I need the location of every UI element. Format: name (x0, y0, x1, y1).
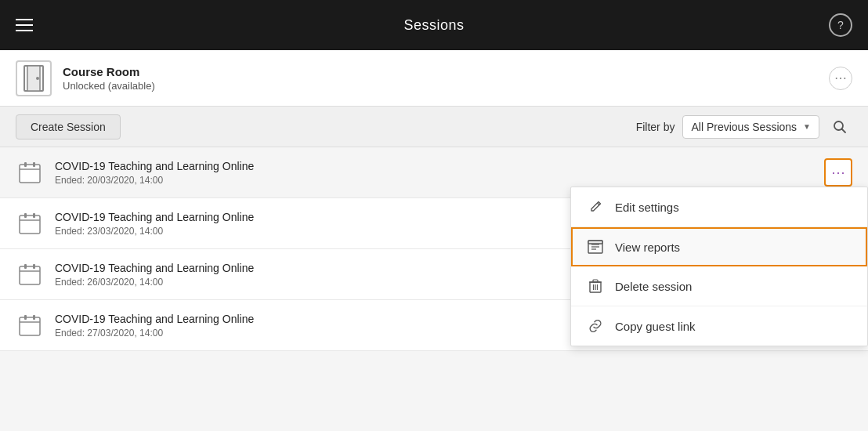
course-room-details: Course Room Unlocked (available) (63, 65, 155, 92)
page-title: Sessions (403, 17, 464, 34)
view-reports-item[interactable]: View reports (571, 227, 867, 266)
sessions-list: COVID-19 Teaching and Learning Online En… (0, 147, 868, 351)
context-menu: Edit settings View reports (570, 187, 868, 346)
session-info: COVID-19 Teaching and Learning Online En… (16, 311, 254, 339)
table-row: COVID-19 Teaching and Learning Online En… (0, 147, 868, 198)
copy-guest-link-item[interactable]: Copy guest link (571, 306, 867, 346)
svg-rect-16 (593, 280, 598, 282)
svg-rect-7 (24, 162, 27, 167)
svg-rect-30 (24, 315, 27, 320)
filter-dropdown[interactable]: All Previous Sessions ▼ (682, 115, 819, 139)
session-date: Ended: 23/03/2020, 14:00 (55, 226, 254, 237)
session-date: Ended: 20/03/2020, 14:00 (55, 175, 254, 186)
session-details: COVID-19 Teaching and Learning Online En… (55, 211, 254, 237)
search-button[interactable] (827, 114, 852, 139)
session-date: Ended: 27/03/2020, 14:00 (55, 328, 254, 339)
menu-button[interactable] (16, 19, 33, 31)
svg-rect-8 (33, 162, 35, 167)
calendar-icon (16, 311, 44, 339)
filter-label: Filter by (636, 121, 675, 133)
svg-rect-28 (20, 317, 40, 335)
edit-settings-item[interactable]: Edit settings (571, 187, 867, 227)
copy-guest-link-icon (587, 317, 604, 335)
svg-rect-23 (33, 213, 35, 218)
calendar-icon (16, 209, 44, 237)
session-name: COVID-19 Teaching and Learning Online (55, 313, 254, 325)
delete-session-icon (587, 277, 604, 295)
course-room-info: Course Room Unlocked (available) (16, 60, 155, 96)
svg-rect-20 (20, 216, 40, 234)
filter-value: All Previous Sessions (691, 121, 797, 133)
svg-rect-24 (20, 266, 40, 284)
svg-rect-5 (20, 165, 40, 183)
svg-rect-27 (33, 264, 35, 269)
view-reports-label: View reports (615, 241, 680, 254)
edit-settings-icon (587, 198, 604, 216)
svg-rect-26 (24, 264, 27, 269)
app-header: Sessions ? (0, 0, 868, 50)
copy-guest-link-label: Copy guest link (615, 320, 696, 333)
session-name: COVID-19 Teaching and Learning Online (55, 160, 254, 172)
session-details: COVID-19 Teaching and Learning Online En… (55, 262, 254, 288)
course-room-options-button[interactable]: ⋯ (829, 67, 852, 90)
delete-session-label: Delete session (615, 280, 692, 293)
svg-rect-31 (33, 315, 35, 320)
session-info: COVID-19 Teaching and Learning Online En… (16, 209, 254, 237)
course-room-status: Unlocked (available) (63, 80, 155, 92)
session-date: Ended: 26/03/2020, 14:00 (55, 277, 254, 288)
create-session-button[interactable]: Create Session (16, 114, 121, 139)
session-options-button[interactable]: ⋯ (824, 158, 852, 187)
course-room-name: Course Room (63, 65, 155, 78)
svg-point-2 (36, 77, 39, 80)
chevron-down-icon: ▼ (803, 122, 811, 131)
svg-line-4 (842, 129, 846, 132)
session-name: COVID-19 Teaching and Learning Online (55, 211, 254, 223)
session-info: COVID-19 Teaching and Learning Online En… (16, 158, 254, 187)
session-details: COVID-19 Teaching and Learning Online En… (55, 313, 254, 339)
door-icon (16, 60, 52, 96)
svg-rect-22 (24, 213, 27, 218)
toolbar-right: Filter by All Previous Sessions ▼ (636, 114, 852, 139)
help-button[interactable]: ? (829, 13, 852, 37)
session-name: COVID-19 Teaching and Learning Online (55, 262, 254, 274)
toolbar: Create Session Filter by All Previous Se… (0, 107, 868, 147)
calendar-icon (16, 260, 44, 288)
course-room-bar: Course Room Unlocked (available) ⋯ (0, 50, 868, 107)
sessions-area: COVID-19 Teaching and Learning Online En… (0, 147, 868, 351)
session-details: COVID-19 Teaching and Learning Online En… (55, 160, 254, 186)
session-info: COVID-19 Teaching and Learning Online En… (16, 260, 254, 288)
view-reports-icon (587, 238, 604, 255)
svg-rect-13 (588, 241, 602, 244)
edit-settings-label: Edit settings (615, 201, 679, 214)
calendar-icon (16, 158, 44, 187)
delete-session-item[interactable]: Delete session (571, 266, 867, 306)
